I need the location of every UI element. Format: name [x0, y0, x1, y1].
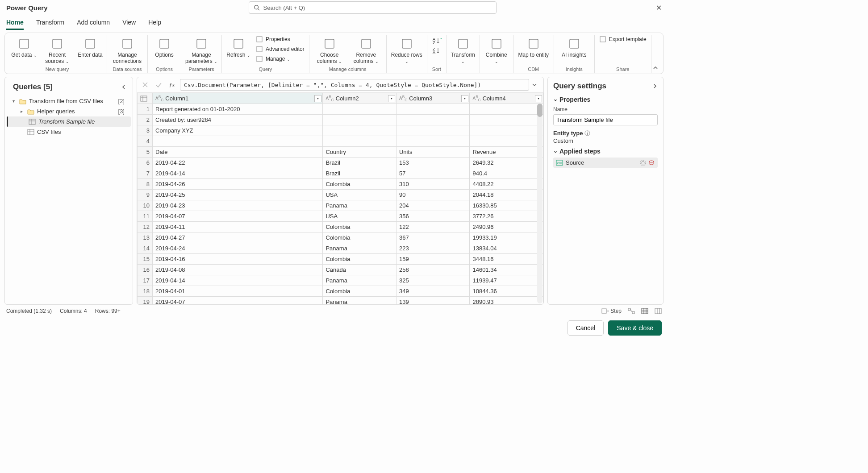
column-filter-button[interactable]: ▾ — [388, 95, 395, 102]
table-row[interactable]: 92019-04-25USA902044.18 — [138, 190, 543, 200]
ribbon-advanced-editor-button[interactable]: Advanced editor — [254, 45, 306, 54]
table-row[interactable]: 72019-04-14Brazil57940.4 — [138, 168, 543, 179]
ribbon-ai-insights-button[interactable]: AI insights — [557, 35, 592, 59]
cell[interactable]: 11939.47 — [470, 275, 543, 286]
ribbon-collapse-button[interactable] — [652, 65, 659, 71]
tab-view[interactable]: View — [122, 17, 136, 30]
properties-section-header[interactable]: Properties — [553, 96, 658, 103]
cell[interactable]: 90 — [396, 190, 470, 200]
table-row[interactable]: 182019-04-01Colombia34910844.36 — [138, 286, 543, 297]
cell[interactable]: USA — [323, 190, 396, 200]
ribbon-manage-button[interactable]: Manage ⌄ — [254, 54, 306, 63]
table-row[interactable]: 152019-04-16Colombia1593448.16 — [138, 254, 543, 265]
cell[interactable]: 3772.26 — [470, 211, 543, 222]
table-row[interactable]: 192019-04-07Panama1392890.93 — [138, 297, 543, 304]
ribbon-properties-button[interactable]: Properties — [254, 35, 306, 44]
cell[interactable]: Colombia — [323, 222, 396, 232]
table-row[interactable]: 82019-04-26Colombia3104408.22 — [138, 179, 543, 190]
cell[interactable]: Revenue — [470, 147, 543, 158]
cell[interactable]: 153 — [396, 158, 470, 168]
cell[interactable]: Created by: user9284 — [153, 115, 323, 125]
cell[interactable]: Country — [323, 147, 396, 158]
formula-expand-button[interactable] — [532, 82, 541, 87]
diagram-view-button[interactable] — [628, 308, 635, 314]
applied-step-source[interactable]: csv Source — [553, 158, 658, 168]
column-header-column1[interactable]: ABCColumn1▾ — [153, 93, 323, 104]
cell[interactable]: 349 — [396, 286, 470, 297]
cell[interactable]: 325 — [396, 275, 470, 286]
cell[interactable]: Brazil — [323, 158, 396, 168]
ribbon-refresh-button[interactable]: Refresh ⌄ — [225, 35, 252, 59]
vertical-scrollbar[interactable] — [537, 104, 542, 303]
search-input[interactable]: Search (Alt + Q) — [249, 1, 497, 14]
table-row[interactable]: 2Created by: user9284 — [138, 115, 543, 125]
cell[interactable]: Company XYZ — [153, 125, 323, 136]
cell[interactable]: Colombia — [323, 232, 396, 243]
close-button[interactable]: ✕ — [656, 4, 662, 12]
data-grid-scroll[interactable]: ABCColumn1▾ABCColumn2▾ABCColumn3▾ABCColu… — [137, 93, 543, 304]
cell[interactable]: 122 — [396, 222, 470, 232]
cell[interactable] — [323, 115, 396, 125]
cell[interactable]: 19933.19 — [470, 232, 543, 243]
sort-desc-button[interactable]: ZA — [432, 46, 442, 54]
table-row[interactable]: 112019-04-07USA3563772.26 — [138, 211, 543, 222]
ribbon-options-button[interactable]: Options — [150, 35, 178, 59]
cell[interactable]: USA — [323, 211, 396, 222]
queries-collapse-button[interactable] — [121, 84, 126, 90]
ribbon-reduce-rows-button[interactable]: Reduce rows ⌄ — [389, 35, 424, 66]
ribbon-export-template-button[interactable]: Export template — [597, 35, 648, 44]
cell[interactable] — [396, 115, 470, 125]
table-row[interactable]: 3Company XYZ — [138, 125, 543, 136]
cell[interactable] — [470, 115, 543, 125]
ribbon-choose-columns-button[interactable]: Choose columns ⌄ — [312, 35, 347, 66]
cell[interactable]: 3448.16 — [470, 254, 543, 265]
tree-expander[interactable]: ▾ — [10, 99, 17, 104]
cell[interactable]: 139 — [396, 297, 470, 304]
cell[interactable] — [470, 136, 543, 147]
cell[interactable]: 57 — [396, 168, 470, 179]
cell[interactable]: Panama — [323, 297, 396, 304]
settings-collapse-button[interactable] — [652, 83, 658, 89]
cell[interactable] — [396, 136, 470, 147]
tree-node-helper-queries[interactable]: ▸Helper queries[3] — [7, 106, 131, 116]
ribbon-map-to-entity-button[interactable]: Map to entity — [516, 35, 551, 59]
cell[interactable] — [323, 136, 396, 147]
cell[interactable]: 367 — [396, 232, 470, 243]
ribbon-remove-columns-button[interactable]: Remove columns ⌄ — [349, 35, 384, 66]
cell[interactable]: 2490.96 — [470, 222, 543, 232]
cell[interactable]: Colombia — [323, 179, 396, 190]
cell[interactable]: 2019-04-23 — [153, 200, 323, 211]
applied-steps-header[interactable]: Applied steps — [553, 148, 658, 155]
cell[interactable] — [470, 104, 543, 115]
column-filter-button[interactable]: ▾ — [461, 95, 468, 102]
step-nav-button[interactable]: Step — [601, 308, 622, 314]
cancel-button[interactable]: Cancel — [568, 320, 604, 336]
cell[interactable]: Colombia — [323, 286, 396, 297]
save-close-button[interactable]: Save & close — [608, 320, 662, 336]
cell[interactable]: 16330.85 — [470, 200, 543, 211]
cell[interactable]: Panama — [323, 243, 396, 254]
schema-view-button[interactable] — [655, 308, 662, 314]
cell[interactable]: 2019-04-22 — [153, 158, 323, 168]
table-row[interactable]: 122019-04-11Colombia1222490.96 — [138, 222, 543, 232]
cell[interactable]: 2019-04-07 — [153, 297, 323, 304]
cell[interactable]: 2019-04-11 — [153, 222, 323, 232]
cell[interactable]: 14601.34 — [470, 265, 543, 275]
database-lock-icon[interactable] — [649, 160, 655, 166]
gear-icon[interactable] — [640, 160, 646, 166]
cell[interactable]: 13834.04 — [470, 243, 543, 254]
table-row[interactable]: 5DateCountryUnitsRevenue — [138, 147, 543, 158]
table-row[interactable]: 4 — [138, 136, 543, 147]
scrollbar-thumb[interactable] — [537, 104, 542, 117]
cell[interactable]: Panama — [323, 275, 396, 286]
column-filter-button[interactable]: ▾ — [314, 95, 321, 102]
tree-node-transform-sample-file[interactable]: Transform Sample file — [7, 116, 131, 127]
cell[interactable]: Date — [153, 147, 323, 158]
cell[interactable] — [470, 125, 543, 136]
tree-node-transform-file-from-csv-files[interactable]: ▾Transform file from CSV files[2] — [7, 96, 131, 106]
cell[interactable]: Report generated on 01-01-2020 — [153, 104, 323, 115]
cell[interactable]: Brazil — [323, 168, 396, 179]
table-row[interactable]: 162019-04-08Canada25814601.34 — [138, 265, 543, 275]
column-header-column2[interactable]: ABCColumn2▾ — [323, 93, 396, 104]
cell[interactable] — [396, 125, 470, 136]
